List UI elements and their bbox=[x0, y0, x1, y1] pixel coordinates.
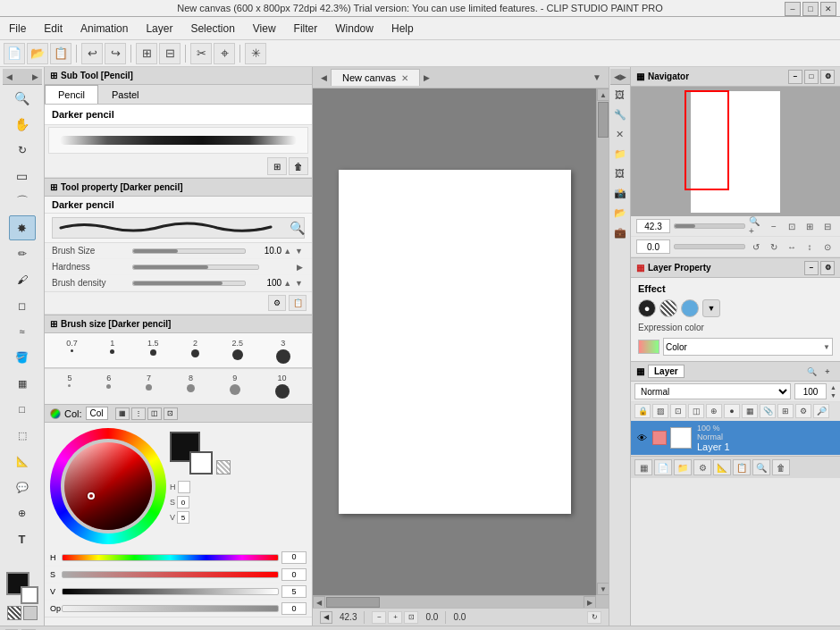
close-button[interactable]: ✕ bbox=[820, 2, 836, 16]
layer-icon-4[interactable]: ◫ bbox=[688, 404, 704, 418]
status-icon-2[interactable]: + bbox=[388, 611, 402, 624]
v-value[interactable]: 5 bbox=[177, 511, 189, 524]
menu-selection[interactable]: Selection bbox=[181, 21, 243, 37]
opacity-up-spinner[interactable]: ▲ bbox=[830, 383, 836, 391]
layer-footer-btn-7[interactable]: 🔍 bbox=[752, 459, 770, 475]
zoom-tool[interactable]: 🔍 bbox=[9, 86, 36, 111]
zoom-actual-icon[interactable]: ⊟ bbox=[820, 219, 835, 233]
scroll-down-button[interactable]: ▼ bbox=[597, 583, 609, 595]
rt-btn-1[interactable]: 🖼 bbox=[610, 85, 630, 105]
layer-icon-3[interactable]: ⊡ bbox=[670, 404, 686, 418]
layer-icon-8[interactable]: 📎 bbox=[760, 404, 776, 418]
brush-size-up[interactable]: ▲ bbox=[281, 247, 293, 256]
open-file-button[interactable]: 📂 bbox=[27, 43, 48, 64]
crop-button[interactable]: ⊟ bbox=[159, 43, 181, 64]
size-3[interactable]: 3 bbox=[274, 337, 292, 365]
select-button[interactable]: ✂ bbox=[190, 43, 212, 64]
size-9[interactable]: 9 bbox=[228, 372, 242, 400]
layer-icon-lock[interactable]: 🔒 bbox=[634, 404, 651, 418]
move-button[interactable]: ⌖ bbox=[214, 43, 235, 64]
rotate-tool[interactable]: ↻ bbox=[9, 138, 36, 163]
settings-icon-2[interactable]: 📋 bbox=[289, 295, 307, 311]
opacity-down-spinner[interactable]: ▼ bbox=[830, 391, 836, 399]
zoom-fit-icon[interactable]: ⊡ bbox=[785, 219, 799, 233]
h-value[interactable] bbox=[178, 481, 190, 493]
menu-help[interactable]: Help bbox=[382, 21, 423, 37]
frame-tool[interactable]: ⬚ bbox=[9, 423, 36, 448]
v-input[interactable]: 5 bbox=[281, 585, 307, 598]
s-value[interactable]: 0 bbox=[177, 496, 189, 508]
s-input[interactable]: 0 bbox=[281, 568, 307, 581]
color-tab-3[interactable]: ⋮ bbox=[131, 407, 146, 420]
lasso-tool[interactable]: ⌒ bbox=[9, 189, 36, 214]
pen-tool[interactable]: ✸ bbox=[9, 215, 36, 240]
layer-footer-btn-6[interactable]: 📋 bbox=[733, 459, 751, 475]
hardness-arrow[interactable]: ▶ bbox=[295, 263, 305, 272]
size-5[interactable]: 5 bbox=[65, 372, 73, 400]
pattern-swatch-1[interactable] bbox=[7, 606, 21, 620]
hand-tool[interactable]: ✋ bbox=[9, 112, 36, 137]
h-input[interactable]: 0 bbox=[281, 551, 307, 564]
rotation-reset-icon[interactable]: ⊙ bbox=[820, 239, 835, 254]
brush-density-up[interactable]: ▲ bbox=[281, 279, 293, 288]
navigator-rotation-input[interactable] bbox=[636, 239, 670, 254]
layer-icon-7[interactable]: ▦ bbox=[742, 404, 758, 418]
v-scroll-thumb[interactable] bbox=[598, 102, 609, 138]
save-file-button[interactable]: 📋 bbox=[50, 43, 71, 64]
navigator-rotation-slider[interactable] bbox=[674, 244, 745, 249]
pattern-swatch-2[interactable] bbox=[23, 606, 38, 620]
extra-tool-button[interactable]: ✳ bbox=[245, 43, 266, 64]
undo-button[interactable]: ↩ bbox=[81, 43, 103, 64]
rt-btn-5[interactable]: 🖼 bbox=[610, 164, 630, 183]
scroll-left-button[interactable]: ◀ bbox=[313, 596, 325, 608]
transparent-swatch[interactable] bbox=[216, 460, 231, 475]
blend-mode-select[interactable]: Normal bbox=[634, 383, 791, 399]
status-refresh[interactable]: ↻ bbox=[587, 611, 601, 624]
menu-window[interactable]: Window bbox=[326, 21, 382, 37]
hue-slider[interactable] bbox=[62, 554, 279, 561]
size-10[interactable]: 10 bbox=[273, 372, 291, 400]
rt-btn-7[interactable]: 📂 bbox=[610, 203, 630, 223]
menu-layer[interactable]: Layer bbox=[137, 21, 181, 37]
menu-view[interactable]: View bbox=[244, 21, 285, 37]
effect-blue-icon[interactable] bbox=[681, 299, 699, 317]
size-1.5[interactable]: 1.5 bbox=[146, 337, 161, 365]
h-scroll-thumb[interactable] bbox=[326, 597, 380, 608]
zoom-in-icon[interactable]: 🔍+ bbox=[749, 219, 763, 233]
size-2[interactable]: 2 bbox=[189, 337, 201, 365]
layer-icon-10[interactable]: ⚙ bbox=[795, 404, 811, 418]
layer-footer-btn-1[interactable]: ▦ bbox=[634, 459, 652, 475]
size-7[interactable]: 7 bbox=[144, 372, 154, 400]
sat-slider[interactable] bbox=[62, 571, 279, 578]
fill-tool[interactable]: 🪣 bbox=[9, 345, 36, 370]
canvas-drawing-area[interactable] bbox=[339, 170, 571, 514]
layer-edit-icon[interactable] bbox=[652, 431, 667, 445]
brush-icon-1[interactable]: ⊞ bbox=[267, 157, 287, 175]
nav-btn-2[interactable]: □ bbox=[804, 70, 819, 84]
color-tab-col[interactable]: Col bbox=[86, 407, 108, 420]
size-0.7[interactable]: 0.7 bbox=[64, 337, 80, 365]
color-tab-2[interactable]: ▦ bbox=[115, 407, 130, 420]
menu-edit[interactable]: Edit bbox=[35, 21, 71, 37]
eraser-tool[interactable]: ◻ bbox=[9, 293, 36, 318]
color-mode-dropdown[interactable]: Color ▼ bbox=[663, 338, 833, 356]
effect-black-icon[interactable]: ● bbox=[638, 299, 656, 317]
nav-btn-3[interactable]: ⚙ bbox=[820, 70, 835, 84]
lp-btn-2[interactable]: ⚙ bbox=[820, 261, 835, 275]
menu-animation[interactable]: Animation bbox=[71, 21, 137, 37]
tab-pencil[interactable]: Pencil bbox=[45, 85, 98, 104]
canvas-scroll-left[interactable]: ◀ bbox=[316, 69, 331, 87]
layer-footer-btn-8[interactable]: 🗑 bbox=[772, 459, 790, 475]
layer-add-icon[interactable]: + bbox=[820, 365, 835, 379]
opacity-field[interactable] bbox=[794, 383, 827, 399]
zoom-out-icon[interactable]: − bbox=[767, 219, 781, 233]
scroll-right-button[interactable]: ▶ bbox=[584, 596, 596, 608]
layer-icon-5[interactable]: ⊕ bbox=[706, 404, 722, 418]
brush-tool[interactable]: 🖌 bbox=[9, 267, 36, 292]
background-color-swatch[interactable] bbox=[189, 451, 213, 475]
transform-layer-tool[interactable]: ⊕ bbox=[9, 500, 36, 525]
tab-pastel[interactable]: Pastel bbox=[98, 85, 153, 104]
val-slider[interactable] bbox=[62, 588, 279, 595]
rts-collapse[interactable]: ◀▶ bbox=[610, 69, 630, 85]
blur-tool[interactable]: ≈ bbox=[9, 319, 36, 344]
